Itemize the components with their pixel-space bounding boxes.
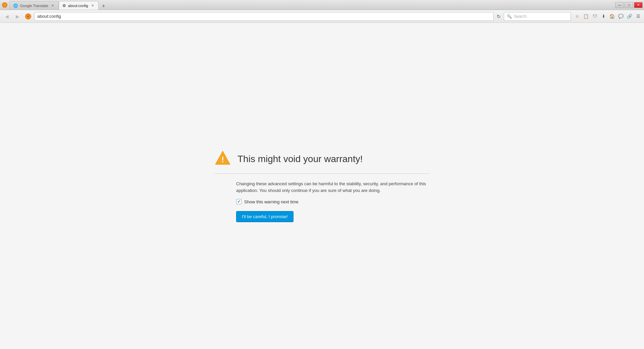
warning-header: ! This might void your warranty! [215,150,429,174]
checkbox-row: ✓ Show this warning next time [236,199,429,204]
svg-text:!: ! [221,155,224,164]
add-tab-button[interactable]: + [100,2,107,10]
back-button[interactable]: ◀ [2,12,11,21]
titlebar: 🌐 Google Translate ✕ ⚙ about:config ✕ + … [0,0,644,10]
firefox-app-icon [1,2,8,8]
svg-point-1 [3,3,6,7]
tab-favicon-google-translate: 🌐 [13,3,18,8]
forward-button[interactable]: ▶ [13,12,22,21]
minimize-button[interactable]: — [615,2,624,8]
sync-icon[interactable]: 🔗 [626,13,633,20]
checkbox-check-icon: ✓ [237,199,240,204]
search-placeholder: Search [514,14,527,19]
tab-close-google-translate[interactable]: ✕ [50,3,55,8]
warning-body: Changing these advanced settings can be … [215,181,429,222]
address-bar[interactable]: about:config [34,12,494,21]
firefox-logo [25,13,32,20]
home-icon[interactable]: 🏠 [608,13,616,20]
downloads-icon[interactable]: ⬇ [600,13,607,20]
bookmark-star-icon[interactable]: ☆ [574,13,581,20]
window-controls: — □ ✕ [615,2,643,8]
bookmarks-icon[interactable]: 📋 [582,13,590,20]
promise-button[interactable]: I'll be careful, I promise! [236,211,293,222]
warning-title: This might void your warranty! [237,154,363,164]
warning-icon: ! [215,150,231,168]
address-text: about:config [37,14,61,19]
pocket-icon[interactable]: 🛡 [591,13,598,20]
warning-container: ! This might void your warranty! Changin… [215,150,429,222]
toolbar-icons: ☆ 📋 🛡 ⬇ 🏠 💬 🔗 ☰ [574,13,642,20]
tab-label-google-translate: Google Translate [20,4,48,8]
navbar: ◀ ▶ about:config ↻ 🔍 Search ☆ 📋 🛡 ⬇ 🏠 💬 … [0,10,644,23]
svg-point-4 [27,15,29,17]
search-bar[interactable]: 🔍 Search [504,12,571,21]
tab-google-translate[interactable]: 🌐 Google Translate ✕ [9,1,59,10]
checkbox-label[interactable]: Show this warning next time [244,199,299,204]
page-content: ! This might void your warranty! Changin… [0,23,644,349]
show-warning-checkbox[interactable]: ✓ [236,199,241,204]
tab-favicon-about-config: ⚙ [62,3,66,8]
tab-label-about-config: about:config [68,4,88,8]
warning-text: Changing these advanced settings can be … [236,181,429,194]
maximize-button[interactable]: □ [625,2,633,8]
tab-close-about-config[interactable]: ✕ [90,3,95,8]
tab-about-config[interactable]: ⚙ about:config ✕ [59,1,99,10]
reload-button[interactable]: ↻ [495,13,502,20]
tabs-area: 🌐 Google Translate ✕ ⚙ about:config ✕ + [9,0,615,10]
close-button[interactable]: ✕ [634,2,643,8]
search-icon: 🔍 [507,14,512,19]
chat-icon[interactable]: 💬 [617,13,625,20]
menu-icon[interactable]: ☰ [635,13,642,20]
